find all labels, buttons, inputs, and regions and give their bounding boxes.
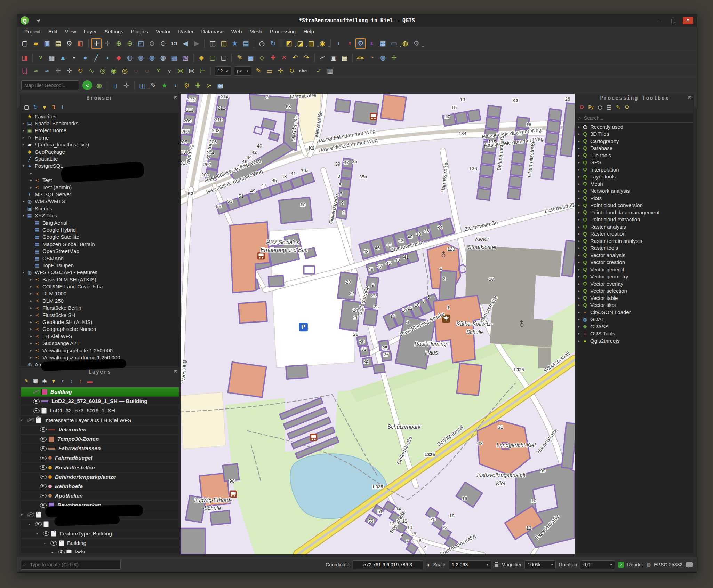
visibility-eye-icon[interactable] bbox=[33, 399, 40, 404]
symbology[interactable]: ◧ bbox=[75, 38, 86, 49]
save-project[interactable]: ▣ bbox=[42, 38, 52, 49]
add-wcs-layer[interactable]: ◍ bbox=[136, 53, 146, 63]
visibility-eye-icon[interactable] bbox=[43, 531, 49, 536]
expander-icon[interactable]: ▾ bbox=[21, 214, 26, 217]
processing-group-item[interactable]: ▸ Q Vector overlay bbox=[576, 280, 693, 287]
visibility-eye-icon[interactable] bbox=[27, 512, 34, 517]
python-scripts[interactable]: Py bbox=[587, 103, 595, 111]
visibility-eye-icon[interactable] bbox=[33, 408, 40, 413]
maximize-button[interactable]: ▢ bbox=[669, 18, 678, 23]
coordinate-field[interactable]: 572.761,9 6.019.789,3 bbox=[353, 560, 423, 569]
browser-item[interactable]: ▦ OSMAnd bbox=[29, 255, 179, 262]
expander-icon[interactable]: ▸ bbox=[29, 171, 34, 175]
browser-item[interactable]: ▦ Google Hybrid bbox=[29, 226, 179, 233]
menu-item[interactable]: Web bbox=[227, 27, 246, 36]
expander-icon[interactable]: ▸ bbox=[576, 325, 582, 328]
expander-icon[interactable]: ▸ bbox=[29, 299, 34, 303]
browser-item[interactable]: ▸ ≺ CORINE Land Cover 5 ha bbox=[29, 283, 179, 290]
style-dock[interactable]: ✎ bbox=[148, 80, 159, 90]
add-raster-layer[interactable]: ▦ bbox=[47, 53, 57, 63]
web-globe[interactable]: ◍ bbox=[378, 53, 388, 63]
processing-group-item[interactable]: ▸ Q Vector general bbox=[576, 266, 693, 273]
expander-icon[interactable]: ▸ bbox=[576, 125, 582, 129]
browser-item[interactable]: ▸ ◍ WMS/WMTS bbox=[21, 198, 179, 205]
expander-icon[interactable]: ▾ bbox=[51, 551, 57, 553]
processing-group-item[interactable]: ▸ Q Interpolation bbox=[576, 166, 693, 173]
expander-icon[interactable]: ▸ bbox=[29, 185, 34, 189]
menu-item[interactable]: Edit bbox=[45, 27, 61, 36]
visibility-eye-icon[interactable] bbox=[40, 437, 47, 442]
topology-checker[interactable]: ▦ bbox=[325, 66, 335, 76]
processing-group-item[interactable]: ▸ Q File tools bbox=[576, 152, 693, 159]
collapse-all[interactable]: ⇅ bbox=[49, 103, 58, 111]
processing-group-item[interactable]: ▸ Q Vector geometry bbox=[576, 273, 693, 280]
filter-legend[interactable]: ▼ bbox=[49, 377, 58, 385]
expander-icon[interactable]: ▸ bbox=[576, 203, 582, 207]
browser-item[interactable]: ◆ GeoPackage bbox=[21, 148, 179, 155]
toolbar-icon[interactable] bbox=[254, 39, 254, 48]
zoom-next[interactable]: ▶ bbox=[191, 38, 202, 49]
crs-label[interactable]: EPSG:25832 bbox=[654, 562, 682, 567]
map-tips[interactable]: ◍ bbox=[400, 38, 410, 49]
expander-icon[interactable]: ▾ bbox=[21, 418, 26, 422]
browser-item[interactable]: ▸ ▰ / (fedora_localhost-live) bbox=[21, 141, 179, 148]
expander-icon[interactable]: ▸ bbox=[576, 160, 582, 164]
expander-icon[interactable]: ▸ bbox=[21, 199, 26, 203]
merge-attributes[interactable]: ⋈ bbox=[186, 66, 197, 76]
filter-browser[interactable]: ▼ bbox=[40, 103, 49, 111]
browser-item[interactable]: ▸ ≺ Gebäude SH (ALKIS) bbox=[29, 318, 179, 325]
menu-item[interactable]: Processing bbox=[266, 27, 299, 36]
remove-layer[interactable]: ▬ bbox=[86, 377, 94, 385]
add-feature[interactable]: ◇ bbox=[257, 53, 267, 63]
filter-by-expression[interactable]: ε bbox=[58, 377, 67, 385]
layer-item[interactable]: Bahnhoefe bbox=[21, 482, 179, 491]
expander-icon[interactable]: ▸ bbox=[576, 210, 582, 214]
add-selected-layers[interactable]: ▢ bbox=[22, 103, 31, 111]
browser-item[interactable]: ▦ TopPlusOpen bbox=[29, 262, 179, 269]
expander-icon[interactable]: ▸ bbox=[21, 121, 26, 125]
history[interactable]: ◷ bbox=[596, 103, 604, 111]
share-icon[interactable]: < bbox=[82, 80, 92, 90]
processing-group-item[interactable]: ▸ Q Cartography bbox=[576, 137, 693, 145]
stream-digitizing[interactable]: ≈ bbox=[42, 66, 52, 76]
help-contents[interactable]: ▦ bbox=[215, 80, 225, 90]
expander-icon[interactable]: ▸ bbox=[576, 253, 582, 257]
new-map-view[interactable]: ◫ bbox=[207, 38, 218, 49]
new-project[interactable]: ▢ bbox=[19, 38, 30, 49]
pointer-icon[interactable]: ➤ bbox=[425, 562, 431, 568]
visibility-eye-icon[interactable] bbox=[40, 465, 47, 470]
print-layout[interactable]: ▯ bbox=[110, 80, 120, 90]
browser-item[interactable]: ▸ ≺ Basis-DLM SH (ATKIS) bbox=[29, 276, 179, 283]
add-postgis-layer[interactable]: ● bbox=[80, 53, 90, 63]
menu-item[interactable]: Project bbox=[21, 27, 45, 36]
processing-group-item[interactable]: ▸ Q 3D Tiles bbox=[576, 130, 693, 138]
add-vector-layer[interactable]: V bbox=[35, 53, 46, 63]
expander-icon[interactable]: ▾ bbox=[21, 513, 26, 517]
expander-icon[interactable]: ▸ bbox=[576, 239, 582, 243]
expander-icon[interactable]: ▸ bbox=[29, 278, 34, 281]
expander-icon[interactable]: ▸ bbox=[576, 317, 582, 321]
browser-item[interactable]: ▸ ≺ Geographische Namen bbox=[29, 326, 179, 333]
add-part[interactable]: ◉ bbox=[109, 66, 119, 76]
manage-map-themes[interactable]: ◉ bbox=[40, 377, 49, 385]
copy-move-feature[interactable]: ✛ bbox=[64, 66, 74, 76]
toolbar-icon[interactable] bbox=[314, 54, 315, 62]
expander-icon[interactable]: ▾ bbox=[36, 532, 42, 535]
statistics-panel[interactable]: Σ bbox=[367, 38, 377, 49]
processing-group-item[interactable]: ▸ Q Point cloud conversion bbox=[576, 202, 693, 209]
expander-icon[interactable]: ▸ bbox=[29, 320, 34, 324]
select-by-location[interactable]: ◉ bbox=[317, 38, 328, 49]
menu-item[interactable]: View bbox=[61, 27, 80, 36]
map-canvas[interactable]: P WestringWestring bbox=[181, 94, 575, 554]
browser-item[interactable]: ▸ ≺ Südspange A21 bbox=[29, 340, 179, 347]
processing-settings[interactable]: ⚙ bbox=[623, 103, 631, 111]
expander-icon[interactable]: ▸ bbox=[29, 341, 34, 345]
redo[interactable]: ↷ bbox=[301, 53, 312, 63]
split-features[interactable]: y bbox=[164, 66, 175, 76]
add-ring[interactable]: ◎ bbox=[97, 66, 108, 76]
browser-item[interactable]: ▸ ≺ Verwaltungsgebiete 1:250.000 bbox=[29, 347, 179, 354]
edit-in-place[interactable]: ✎ bbox=[614, 103, 622, 111]
select-features[interactable]: ◩ bbox=[284, 38, 294, 49]
add-wfs-layer[interactable]: ◍ bbox=[147, 53, 157, 63]
menu-item[interactable]: Help bbox=[299, 27, 318, 36]
